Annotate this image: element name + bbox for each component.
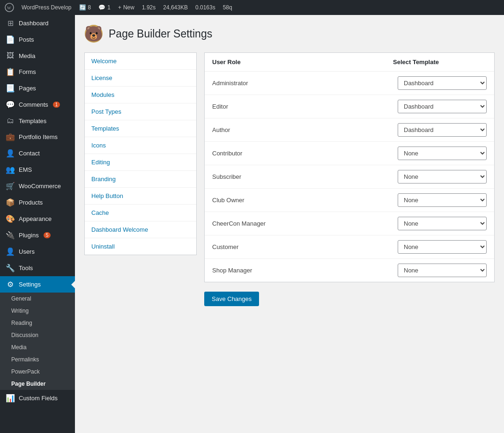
sidebar-icon-forms: 📋 [6,67,15,76]
left-nav-modules[interactable]: Modules [85,87,196,103]
sidebar-icon-dashboard: ⊞ [6,19,15,28]
sidebar-icon-appearance: 🎨 [6,214,15,223]
right-panel-container: User Role Select Template AdministratorN… [204,52,495,306]
sidebar-item-appearance[interactable]: 🎨Appearance [0,211,75,227]
sidebar-item-ems[interactable]: 👥EMS [0,161,75,178]
table-header: User Role Select Template [205,53,494,72]
sidebar-icon-portfolio-items: 💼 [6,132,15,141]
admin-bar-new[interactable]: + New [118,4,134,11]
role-label-7: Customer [212,243,398,250]
sidebar-item-pages[interactable]: 📃Pages [0,80,75,96]
admin-bar-updates[interactable]: 🔄 8 [79,4,91,11]
table-row: AuthorNoneDashboard [205,118,494,142]
template-select-container-2: NoneDashboard [398,123,487,137]
sidebar-item-forms[interactable]: 📋Forms [0,64,75,80]
sidebar-item-tools[interactable]: 🔧Tools [0,260,75,276]
role-label-6: CheerCon Manager [212,220,398,227]
admin-bar-wp-logo[interactable]: W [5,3,14,12]
sidebar-item-posts[interactable]: 📄Posts [0,31,75,48]
wp-layout: ⊞Dashboard📄Posts🖼Media📋Forms📃Pages💬Comme… [0,15,504,433]
sidebar-icon-templates: 🗂 [6,117,15,125]
table-body: AdministratorNoneDashboardEditorNoneDash… [205,72,494,282]
left-nav-welcome[interactable]: Welcome [85,53,196,70]
sidebar-item-products[interactable]: 📦Products [0,194,75,211]
sidebar-icon-woocommerce: 🛒 [6,182,15,191]
submenu-item-powerpack[interactable]: PowerPack [0,366,75,378]
sidebar-label-forms: Forms [19,68,36,75]
template-select-7[interactable]: NoneDashboard [398,240,487,254]
submenu-item-reading[interactable]: Reading [0,317,75,329]
sidebar-label-ems: EMS [19,166,32,173]
left-nav-cache[interactable]: Cache [85,205,196,221]
left-nav-uninstall[interactable]: Uninstall [85,238,196,255]
admin-bar-comments[interactable]: 💬 1 [98,4,111,11]
template-select-container-5: NoneDashboard [398,193,487,207]
table-row: AdministratorNoneDashboard [205,72,494,95]
submenu-item-discussion[interactable]: Discussion [0,329,75,341]
sidebar-item-plugins[interactable]: 🔌Plugins5 [0,227,75,243]
role-label-3: Contributor [212,150,398,157]
sidebar-item-templates[interactable]: 🗂Templates [0,113,75,129]
admin-bar-memory: 24,643KB [163,4,188,11]
save-changes-button[interactable]: Save Changes [204,292,259,306]
sidebar-item-woocommerce[interactable]: 🛒WooCommerce [0,178,75,194]
left-nav-dashboard-welcome[interactable]: Dashboard Welcome [85,221,196,238]
sidebar: ⊞Dashboard📄Posts🖼Media📋Forms📃Pages💬Comme… [0,15,75,433]
template-select-container-3: NoneDashboard [398,147,487,160]
submenu-item-general[interactable]: General [0,293,75,305]
submenu-item-media[interactable]: Media [0,341,75,353]
left-nav-templates[interactable]: Templates [85,120,196,137]
sidebar-label-portfolio-items: Portfolio Items [19,133,58,140]
admin-bar-timing: 1.92s [142,4,156,11]
sidebar-item-users[interactable]: 👤Users [0,243,75,260]
left-nav-icons[interactable]: Icons [85,137,196,154]
sidebar-label-users: Users [19,248,35,255]
left-nav-editing[interactable]: Editing [85,154,196,171]
role-label-2: Author [212,126,398,133]
column-header-role: User Role [212,59,393,66]
sidebar-icon-comments: 💬 [6,100,15,109]
sidebar-icon-pages: 📃 [6,84,15,93]
sidebar-label-appearance: Appearance [19,215,52,222]
sidebar-label-comments: Comments [19,101,48,108]
left-nav-panel: WelcomeLicenseModulesPost TypesTemplates… [84,52,197,255]
sidebar-label-pages: Pages [19,85,36,92]
table-row: CustomerNoneDashboard [205,235,494,259]
template-select-0[interactable]: NoneDashboard [398,76,487,90]
page-builder-icon: 🐻 [84,24,103,43]
sidebar-icon-settings: ⚙ [6,280,15,289]
template-select-8[interactable]: NoneDashboard [398,264,487,277]
submenu-item-writing[interactable]: Writing [0,305,75,317]
save-row: Save Changes [204,282,495,306]
admin-bar-site-name[interactable]: WordPress Develop [22,4,72,11]
sidebar-item-contact[interactable]: 👤Contact [0,145,75,161]
sidebar-item-portfolio-items[interactable]: 💼Portfolio Items [0,129,75,145]
page-title-row: 🐻 Page Builder Settings [84,24,495,43]
template-select-3[interactable]: NoneDashboard [398,147,487,160]
left-nav-license[interactable]: License [85,70,196,87]
table-row: Club OwnerNoneDashboard [205,189,494,212]
sidebar-icon-contact: 👤 [6,149,15,158]
submenu-item-page-builder[interactable]: Page Builder [0,378,75,390]
sidebar-item-media[interactable]: 🖼Media [0,48,75,64]
sidebar-label-plugins: Plugins [19,232,39,239]
template-select-container-7: NoneDashboard [398,240,487,254]
template-select-4[interactable]: NoneDashboard [398,170,487,183]
left-nav-help-button[interactable]: Help Button [85,188,196,205]
left-nav-branding[interactable]: Branding [85,171,196,188]
sidebar-item-settings[interactable]: ⚙Settings [0,276,75,293]
template-select-1[interactable]: NoneDashboard [398,100,487,113]
sidebar-arrow [71,281,75,288]
role-label-8: Shop Manager [212,267,398,274]
submenu-item-permalinks[interactable]: Permalinks [0,353,75,366]
template-select-5[interactable]: NoneDashboard [398,193,487,207]
sidebar-item-custom-fields[interactable]: 📊Custom Fields [0,390,75,406]
template-select-6[interactable]: NoneDashboard [398,217,487,230]
sidebar-label-dashboard: Dashboard [19,20,49,27]
template-select-container-8: NoneDashboard [398,264,487,277]
sidebar-item-comments[interactable]: 💬Comments1 [0,96,75,113]
sidebar-item-dashboard[interactable]: ⊞Dashboard [0,15,75,31]
svg-text:W: W [7,6,11,10]
left-nav-post-types[interactable]: Post Types [85,103,196,120]
template-select-2[interactable]: NoneDashboard [398,123,487,137]
